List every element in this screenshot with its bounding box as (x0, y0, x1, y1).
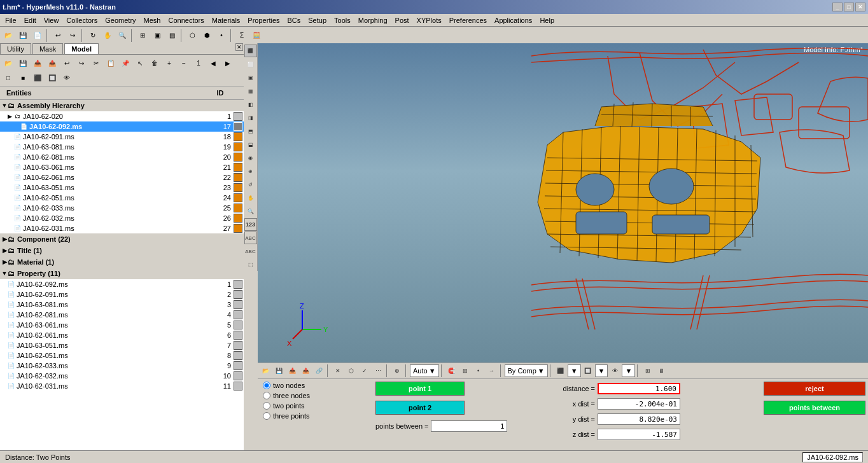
prop-item-62-031[interactable]: 📄 JA10-62-031.ms 11 (0, 381, 244, 391)
prop-item-62-081[interactable]: 📄 JA10-62-081.ms 4 (0, 310, 244, 320)
lpt-viz[interactable]: 👁 (60, 71, 74, 85)
prop-item-62-032[interactable]: 📄 JA10-62-032.ms 10 (0, 371, 244, 381)
prop-item-091[interactable]: 📄 JA10-62-091.ms 2 (0, 289, 244, 300)
menu-geometry[interactable]: Geometry (101, 15, 139, 25)
bt-save[interactable]: 💾 (272, 364, 285, 377)
tree-item-62-031[interactable]: 📄 JA10-62-031.ms 27 (0, 223, 244, 233)
mesh-btn[interactable]: ⬡ (185, 29, 199, 43)
lpt-cube[interactable]: 🔲 (45, 71, 59, 85)
expand-material[interactable]: ▶ (1, 259, 8, 265)
prop-item-63-081[interactable]: 📄 JA10-63-081.ms 3 (0, 300, 244, 310)
bt-more[interactable]: ⋯ (372, 364, 384, 377)
menu-morphing[interactable]: Morphing (354, 15, 391, 25)
eye-dropdown[interactable]: ▼ (622, 364, 635, 377)
expand-component[interactable]: ▶ (1, 236, 8, 242)
vtb-view2[interactable]: ⬜ (244, 58, 257, 71)
vtb-view1[interactable]: ⬛ (244, 45, 257, 57)
lpt-box2[interactable]: ■ (16, 71, 30, 85)
tab-model[interactable]: Model (64, 43, 99, 54)
close-btn-title[interactable]: ✕ (855, 3, 865, 11)
lpt-redo[interactable]: ↪ (74, 56, 88, 70)
tree-item-63-081[interactable]: 📄 JA10-63-081.ms 19 (0, 142, 244, 152)
tree-item-62-033[interactable]: 📄 JA10-62-033.ms 25 (0, 203, 244, 213)
bt-grid[interactable]: ⊞ (641, 364, 654, 377)
maximize-btn[interactable]: □ (844, 3, 854, 11)
bt-conn[interactable]: 🔗 (312, 364, 325, 377)
bt-snap[interactable]: ⊞ (459, 364, 472, 377)
menu-bcs[interactable]: BCs (284, 15, 305, 25)
tree-item-62-051[interactable]: 📄 JA10-62-051.ms 24 (0, 193, 244, 203)
radio-two-points[interactable] (263, 402, 270, 410)
bt-export[interactable]: 📤 (299, 364, 312, 377)
vtb-zoom-in[interactable]: 🔍 (244, 205, 257, 218)
tree-item-assembly-020[interactable]: ▶ 🗂 JA10-62-020 1 (0, 111, 244, 121)
lpt-import[interactable]: 📥 (31, 56, 45, 70)
menu-xyplots[interactable]: XYPlots (413, 15, 445, 25)
lpt-copy[interactable]: 📋 (104, 56, 118, 70)
lpt-undo[interactable]: ↩ (60, 56, 74, 70)
vtb-pan[interactable]: ✋ (244, 191, 257, 204)
prop-item-62-061[interactable]: 📄 JA10-62-061.ms 6 (0, 330, 244, 340)
vtb-front[interactable]: ▣ (244, 71, 257, 84)
elem-btn[interactable]: ⬢ (200, 29, 214, 43)
rotate-btn[interactable]: ↻ (86, 29, 100, 43)
lpt-cut[interactable]: ✂ (89, 56, 103, 70)
vtb-rotate-icon[interactable]: ↺ (244, 178, 257, 191)
view2-btn[interactable]: ▤ (165, 29, 179, 43)
prop-item-62-051[interactable]: 📄 JA10-62-051.ms 8 (0, 350, 244, 361)
lpt-export[interactable]: 📤 (45, 56, 59, 70)
save-btn[interactable]: 💾 (16, 29, 30, 43)
bt-del[interactable]: ✕ (332, 364, 344, 377)
tree-section-property[interactable]: ▼ 🗂 Property (11) (0, 268, 244, 279)
vtb-abc1[interactable]: ABC (244, 232, 257, 244)
radio-two-nodes[interactable] (263, 382, 270, 389)
open-btn[interactable]: 📂 (1, 29, 15, 43)
bt-import[interactable]: 📥 (286, 364, 298, 377)
prop-item-62-033[interactable]: 📄 JA10-62-033.ms 9 (0, 361, 244, 371)
tree-item-63-061[interactable]: 📄 JA10-63-061.ms 21 (0, 162, 244, 172)
menu-post[interactable]: Post (391, 15, 413, 25)
calc-btn[interactable]: 🧮 (249, 29, 263, 43)
left-panel-close-btn[interactable]: ✕ (235, 43, 243, 51)
points-between-btn[interactable]: points between (764, 401, 865, 415)
expand-assembly[interactable]: ▼ (1, 102, 8, 109)
menu-mesh[interactable]: Mesh (140, 15, 165, 25)
pan-btn[interactable]: ✋ (101, 29, 115, 43)
tree-item-62-032[interactable]: 📄 JA10-62-032.ms 26 (0, 213, 244, 223)
bt-eye[interactable]: 👁 (608, 364, 621, 377)
menu-connectors[interactable]: Connectors (164, 15, 207, 25)
vtb-right[interactable]: ◨ (244, 111, 257, 124)
vtb-frame[interactable]: ⬚ (244, 258, 257, 271)
tree-section-title[interactable]: ▶ 🗂 Title (1) (0, 245, 244, 256)
radio-three-nodes[interactable] (263, 392, 270, 399)
reject-btn[interactable]: reject (764, 382, 865, 396)
prop-item-092[interactable]: 📄 JA10-62-092.ms 1 (0, 279, 244, 289)
prop-item-63-061[interactable]: 📄 JA10-63-061.ms 5 (0, 320, 244, 330)
fit-btn[interactable]: ⊞ (136, 29, 150, 43)
vtb-top[interactable]: ⬒ (244, 125, 257, 137)
menu-tools[interactable]: Tools (330, 15, 354, 25)
lpt-delete[interactable]: 🗑 (148, 56, 162, 70)
vtb-back[interactable]: ▦ (244, 85, 257, 97)
menu-edit[interactable]: Edit (20, 15, 40, 25)
lpt-3d[interactable]: ⬛ (31, 71, 45, 85)
distance-value[interactable]: 1.600 (598, 383, 680, 394)
menu-collectors[interactable]: Collectors (62, 15, 101, 25)
radio-three-points[interactable] (263, 412, 270, 420)
vtb-fit[interactable]: ⊕ (244, 165, 257, 177)
vtb-bottom[interactable]: ⬓ (244, 138, 257, 151)
bt-check[interactable]: ✓ (358, 364, 371, 377)
tree-item-63-051[interactable]: 📄 JA10-63-051.ms 23 (0, 183, 244, 193)
auto-dropdown[interactable]: Auto ▼ (410, 364, 439, 377)
prop-item-63-051[interactable]: 📄 JA10-63-051.ms 7 (0, 340, 244, 350)
tree-item-62-061[interactable]: 📄 JA10-62-061.ms 22 (0, 172, 244, 183)
zoom-btn[interactable]: 🔍 (115, 29, 129, 43)
bt-magnet[interactable]: 🧲 (445, 364, 458, 377)
vtb-iso[interactable]: ◉ (244, 151, 257, 164)
vtb-left[interactable]: ◧ (244, 98, 257, 111)
node-btn[interactable]: • (214, 29, 228, 43)
expand-020[interactable]: ▶ (6, 113, 13, 120)
tree-section-assembly[interactable]: ▼ 🗂 Assembly Hierarchy (0, 100, 244, 111)
tree-section-component[interactable]: ▶ 🗂 Component (22) (0, 233, 244, 245)
menu-file[interactable]: File (1, 15, 20, 25)
